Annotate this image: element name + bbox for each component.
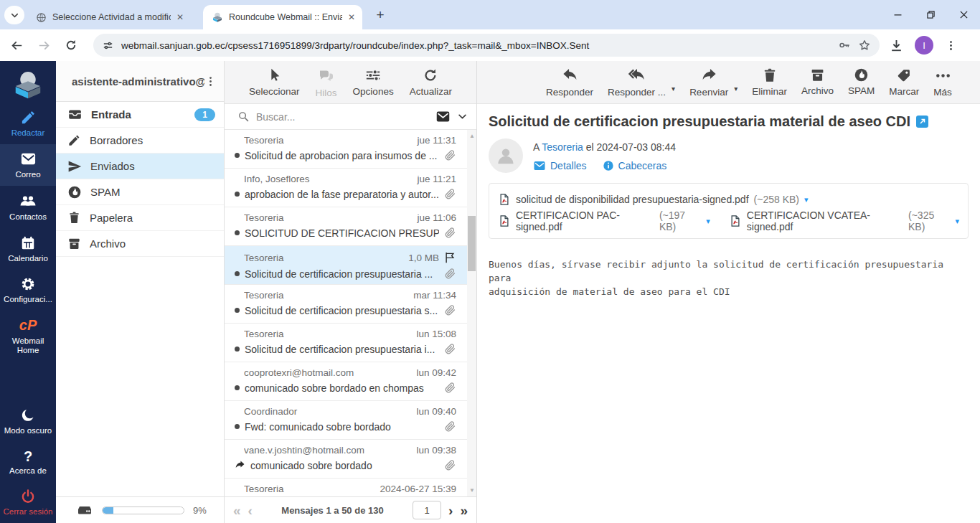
attachment-item[interactable]: solicitud de disponibilidad presupuestar… xyxy=(498,193,809,206)
first-page-button[interactable]: « xyxy=(233,504,241,517)
back-button[interactable] xyxy=(7,36,26,55)
sidebar-item-calendar[interactable]: Calendario xyxy=(0,229,56,270)
folder-sent[interactable]: Enviados xyxy=(56,154,224,179)
more-button[interactable]: Más xyxy=(933,67,952,103)
threads-icon xyxy=(318,67,335,85)
folder-trash[interactable]: Papelera xyxy=(56,205,224,231)
sidebar-item-dark-mode[interactable]: Modo oscuro xyxy=(0,401,56,442)
attachment-clip-icon xyxy=(444,459,456,471)
archive-button[interactable]: Archivo xyxy=(801,67,834,103)
scrollbar-thumb[interactable] xyxy=(468,216,476,271)
next-page-button[interactable]: › xyxy=(448,504,453,517)
folder-inbox[interactable]: Entrada 1 xyxy=(56,102,224,128)
reply-button[interactable]: Responder xyxy=(546,67,593,103)
tab-close-icon[interactable]: ✕ xyxy=(348,12,355,22)
browser-titlebar: Seleccione Actividad a modifica ✕ Roundc… xyxy=(0,0,980,29)
archive-box-icon xyxy=(810,67,825,83)
url-text: webmail.sanjuan.gob.ec/cpsess1716951899/… xyxy=(121,40,831,51)
flag-icon[interactable] xyxy=(443,251,456,264)
recipient-link[interactable]: Tesoreria xyxy=(542,141,583,153)
options-button[interactable]: Opciones xyxy=(353,67,394,103)
details-link[interactable]: Detalles xyxy=(533,159,587,172)
reload-button[interactable] xyxy=(62,36,80,55)
window-minimize-button[interactable] xyxy=(881,0,914,29)
sidebar-item-compose[interactable]: Redactar xyxy=(0,103,56,144)
message-row[interactable]: Tesoreria2024-06-27 15:39 xyxy=(225,479,476,496)
mark-button[interactable]: Marcar xyxy=(889,67,919,103)
refresh-button[interactable]: Actualizar xyxy=(410,67,452,103)
tab-close-icon[interactable]: ✕ xyxy=(176,12,184,22)
new-tab-button[interactable]: + xyxy=(372,6,389,24)
search-input[interactable] xyxy=(256,111,429,123)
open-in-new-window-icon[interactable] xyxy=(916,116,928,128)
archive-box-icon xyxy=(67,237,81,250)
moon-icon xyxy=(20,407,36,423)
reply-dropdown-caret[interactable]: ▾ xyxy=(672,85,675,103)
quota-indicator: 9% xyxy=(56,496,224,523)
folder-spam[interactable]: SPAM xyxy=(56,179,224,205)
site-settings-icon[interactable] xyxy=(102,39,114,52)
browser-toolbar: webmail.sanjuan.gob.ec/cpsess1716951899/… xyxy=(0,29,980,61)
unread-dot xyxy=(235,424,240,429)
search-options-chevron-icon[interactable] xyxy=(457,111,468,122)
account-menu-kebab-icon[interactable] xyxy=(204,75,217,88)
downloads-icon[interactable] xyxy=(890,39,903,52)
forward-dropdown-caret[interactable]: ▾ xyxy=(734,85,738,103)
tag-icon xyxy=(896,67,912,83)
sidebar-item-logout[interactable]: Cerrar sesión xyxy=(0,482,56,523)
attachment-item[interactable]: CERTIFICACION PAC-signed.pdf (~197 KB) ▾ xyxy=(498,209,710,232)
address-bar[interactable]: webmail.sanjuan.gob.ec/cpsess1716951899/… xyxy=(93,34,880,57)
message-row[interactable]: Tesoreriajue 11:31 Solicitud de aprobaci… xyxy=(225,130,476,169)
delete-button[interactable]: Eliminar xyxy=(752,67,787,103)
message-row[interactable]: Coordinadorlun 09:40 Fwd: comunicado sob… xyxy=(225,401,476,440)
attachment-menu-caret[interactable]: ▾ xyxy=(706,217,710,226)
attachment-clip-icon xyxy=(444,149,456,161)
folder-archive[interactable]: Archivo xyxy=(56,231,224,257)
app-sidebar: Redactar Correo Contactos Calendario Con… xyxy=(0,61,56,523)
last-page-button[interactable]: » xyxy=(460,504,468,517)
window-close-button[interactable] xyxy=(947,0,980,29)
sidebar-item-about[interactable]: ? Acerca de xyxy=(0,443,56,482)
spam-button[interactable]: SPAM xyxy=(848,67,875,103)
bookmark-star-icon[interactable] xyxy=(858,39,871,52)
message-row[interactable]: cooprotexri@hotmail.comlun 09:42 comunic… xyxy=(225,362,476,401)
sidebar-item-settings[interactable]: Configuraci... xyxy=(0,270,56,311)
headers-link[interactable]: Cabeceras xyxy=(603,159,667,172)
browser-tab-active[interactable]: Roundcube Webmail :: Enviados ✕ xyxy=(203,5,362,29)
window-restore-button[interactable] xyxy=(914,0,947,29)
sidebar-item-webmail-home[interactable]: cP Webmail Home xyxy=(0,311,56,362)
forward-icon xyxy=(701,67,717,84)
attachment-menu-caret[interactable]: ▾ xyxy=(955,217,959,226)
browser-menu-kebab-icon[interactable] xyxy=(945,39,957,52)
prev-page-button[interactable]: ‹ xyxy=(248,504,253,517)
folder-drafts[interactable]: Borradores xyxy=(56,128,224,154)
tab-search-button[interactable] xyxy=(4,6,24,24)
message-row[interactable]: Tesorerialun 15:08 Solicitud de certific… xyxy=(225,324,476,362)
forward-button[interactable] xyxy=(34,36,53,55)
message-row-selected[interactable]: Tesoreria1,0 MB Solicitud de certificaci… xyxy=(225,246,476,285)
message-row[interactable]: Tesoreriajue 11:06 SOLICITUD DE CERTIFIC… xyxy=(225,207,476,246)
attachment-item[interactable]: CERTIFICACION VCATEA-signed.pdf (~325 KB… xyxy=(729,209,959,232)
pdf-file-icon xyxy=(498,215,511,227)
gear-icon xyxy=(20,276,36,292)
pdf-file-icon xyxy=(729,215,742,227)
search-scope-mail-icon[interactable] xyxy=(435,109,451,124)
forward-button[interactable]: Reenviar xyxy=(689,67,728,103)
more-dots-icon xyxy=(935,67,951,84)
password-key-icon[interactable] xyxy=(838,39,851,52)
message-row[interactable]: Tesoreriamar 11:34 Solicitud de certific… xyxy=(225,285,476,324)
sidebar-item-mail[interactable]: Correo xyxy=(0,144,56,186)
page-number-input[interactable] xyxy=(413,501,441,519)
sidebar-item-contacts[interactable]: Contactos xyxy=(0,186,56,228)
list-scrollbar[interactable]: ▲ ▼ xyxy=(467,130,476,496)
message-row[interactable]: vane.v.joshtin@hotmail.comlun 09:38 comu… xyxy=(225,440,476,479)
threads-button[interactable]: Hilos xyxy=(316,67,337,103)
attachment-menu-caret[interactable]: ▾ xyxy=(804,195,809,204)
unread-dot xyxy=(235,230,240,235)
unread-dot xyxy=(235,153,240,158)
browser-profile-avatar[interactable]: I xyxy=(915,36,933,55)
reply-all-button[interactable]: Responder ... xyxy=(608,67,666,103)
message-row[interactable]: Info, Josefloresjue 11:21 aprobacion de … xyxy=(225,169,476,207)
select-button[interactable]: Seleccionar xyxy=(249,67,300,103)
browser-tab-inactive[interactable]: Seleccione Actividad a modifica ✕ xyxy=(27,5,191,29)
